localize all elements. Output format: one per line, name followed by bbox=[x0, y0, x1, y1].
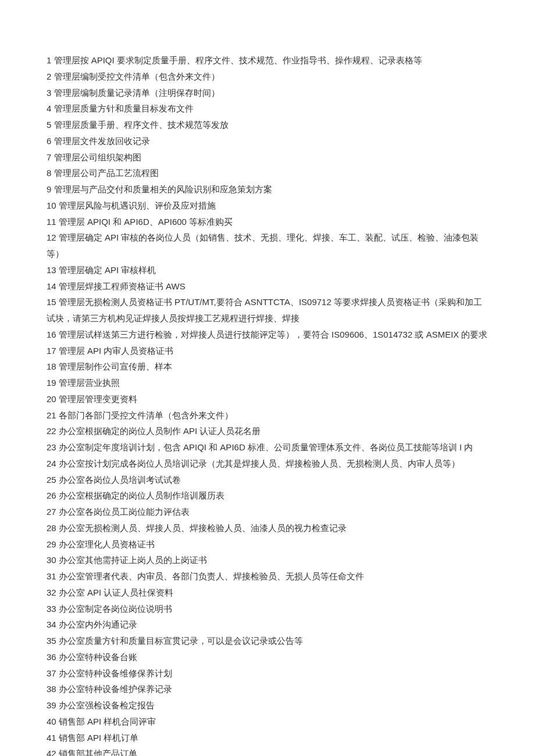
list-item: 12 管理层确定 API 审核的各岗位人员（如销售、技术、无损、理化、焊接、车工… bbox=[47, 230, 488, 262]
list-item: 33 办公室制定各岗位岗位说明书 bbox=[47, 601, 488, 617]
list-item: 30 办公室其他需持证上岗人员的上岗证书 bbox=[47, 552, 488, 568]
list-item: 8 管理层公司产品工艺流程图 bbox=[47, 165, 488, 181]
list-item: 21 各部门各部门受控文件清单（包含外来文件） bbox=[47, 407, 488, 424]
list-item: 20 管理层管理变更资料 bbox=[47, 391, 488, 407]
list-item: 3 管理层编制质量记录清单（注明保存时间） bbox=[47, 85, 488, 101]
list-item: 2 管理层编制受控文件清单（包含外来文件） bbox=[47, 69, 488, 85]
list-item: 5 管理层质量手册、程序文件、技术规范等发放 bbox=[47, 117, 488, 133]
list-item: 41 销售部 API 样机订单 bbox=[47, 730, 488, 746]
list-item: 11 管理层 APIQI 和 API6D、API600 等标准购买 bbox=[47, 214, 488, 230]
list-item: 17 管理层 API 内审人员资格证书 bbox=[47, 343, 488, 359]
list-item: 19 管理层营业执照 bbox=[47, 375, 488, 391]
list-item: 29 办公室理化人员资格证书 bbox=[47, 536, 488, 553]
list-item: 36 办公室特种设备台账 bbox=[47, 649, 488, 665]
list-item: 31 办公室管理者代表、内审员、各部门负责人、焊接检验员、无损人员等任命文件 bbox=[47, 568, 488, 585]
list-item: 32 办公室 API 认证人员社保资料 bbox=[47, 585, 488, 601]
list-item: 38 办公室特种设备维护保养记录 bbox=[47, 681, 488, 697]
list-item: 28 办公室无损检测人员、焊接人员、焊接检验人员、油漆人员的视力检查记录 bbox=[47, 520, 488, 536]
list-item: 9 管理层与产品交付和质量相关的风险识别和应急策划方案 bbox=[47, 181, 488, 198]
list-item: 39 办公室强检设备检定报告 bbox=[47, 697, 488, 714]
list-item: 6 管理层文件发放回收记录 bbox=[47, 133, 488, 149]
list-item: 1 管理层按 APIQI 要求制定质量手册、程序文件、技术规范、作业指导书、操作… bbox=[47, 52, 488, 69]
list-item: 42 销售部其他产品订单 bbox=[47, 746, 488, 756]
list-item: 25 办公室各岗位人员培训考试试卷 bbox=[47, 472, 488, 488]
list-item: 7 管理层公司组织架构图 bbox=[47, 149, 488, 166]
list-item: 27 办公室各岗位员工岗位能力评估表 bbox=[47, 504, 488, 520]
list-item: 35 办公室质量方针和质量目标宣贯记录，可以是会议记录或公告等 bbox=[47, 633, 488, 649]
list-item: 24 办公室按计划完成各岗位人员培训记录（尤其是焊接人员、焊接检验人员、无损检测… bbox=[47, 456, 488, 472]
list-item: 4 管理层质量方针和质量目标发布文件 bbox=[47, 101, 488, 117]
list-item: 26 办公室根据确定的岗位人员制作培训履历表 bbox=[47, 488, 488, 504]
list-item: 34 办公室内外沟通记录 bbox=[47, 617, 488, 633]
list-item: 40 销售部 API 样机合同评审 bbox=[47, 714, 488, 730]
list-item: 10 管理层风险与机遇识别、评价及应对措施 bbox=[47, 198, 488, 214]
list-item: 23 办公室制定年度培训计划，包含 APIQI 和 API6D 标准、公司质量管… bbox=[47, 439, 488, 456]
document-content: 1 管理层按 APIQI 要求制定质量手册、程序文件、技术规范、作业指导书、操作… bbox=[47, 52, 488, 756]
list-item: 14 管理层焊接工程师资格证书 AWS bbox=[47, 278, 488, 295]
list-item: 13 管理层确定 API 审核样机 bbox=[47, 262, 488, 278]
list-item: 16 管理层试样送第三方进行检验，对焊接人员进行技能评定等），要符合 IS096… bbox=[47, 327, 488, 343]
list-item: 37 办公室特种设备维修保养计划 bbox=[47, 665, 488, 682]
list-item: 15 管理层无损检测人员资格证书 PT/UT/MT,要符合 ASNTTCTA、I… bbox=[47, 294, 488, 327]
list-item: 18 管理层制作公司宣传册、样本 bbox=[47, 359, 488, 375]
list-item: 22 办公室根据确定的岗位人员制作 API 认证人员花名册 bbox=[47, 423, 488, 439]
